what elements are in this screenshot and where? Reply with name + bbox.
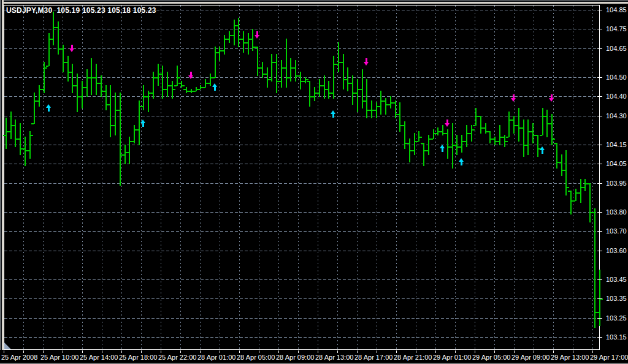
ohlc-bar bbox=[134, 125, 135, 143]
gridline-vertical bbox=[298, 6, 299, 349]
ohlc-bar bbox=[580, 179, 581, 203]
ohlc-bar bbox=[414, 133, 415, 155]
ohlc-bar bbox=[409, 138, 410, 162]
gridline-vertical bbox=[494, 6, 495, 349]
ohlc-bar bbox=[129, 137, 130, 164]
price-axis-label: 103.35 bbox=[606, 295, 627, 302]
ohlc-bar bbox=[271, 54, 272, 82]
ohlc-bar bbox=[172, 81, 173, 99]
ohlc-bar bbox=[67, 56, 69, 82]
ohlc-bar bbox=[537, 135, 538, 157]
open-tick bbox=[587, 183, 589, 184]
close-tick bbox=[173, 89, 175, 90]
ohlc-bar bbox=[15, 119, 16, 147]
price-axis-tick bbox=[597, 279, 602, 280]
chart-plot-area[interactable] bbox=[4, 6, 599, 349]
time-axis[interactable]: 25 Apr 200825 Apr 10:0025 Apr 14:0025 Ap… bbox=[0, 350, 628, 363]
arrow-head bbox=[255, 35, 259, 39]
time-axis-tick bbox=[553, 351, 554, 353]
gridline-horizontal bbox=[4, 164, 599, 164]
arrow-stem bbox=[442, 148, 443, 152]
time-axis-tick bbox=[435, 351, 436, 353]
open-tick bbox=[98, 83, 101, 84]
ohlc-bar bbox=[276, 54, 277, 93]
sell-signal-arrow-icon bbox=[445, 119, 450, 127]
buy-signal-arrow-icon bbox=[440, 145, 445, 152]
ohlc-bar bbox=[34, 93, 35, 124]
ohlc-bar bbox=[243, 31, 244, 53]
ohlc-bar bbox=[527, 119, 529, 155]
open-tick bbox=[126, 152, 129, 153]
time-axis-tick bbox=[180, 351, 181, 353]
open-tick bbox=[164, 89, 167, 90]
open-tick bbox=[55, 27, 58, 28]
open-tick bbox=[544, 116, 546, 117]
open-tick bbox=[497, 141, 499, 142]
open-tick bbox=[421, 143, 423, 144]
open-tick bbox=[183, 89, 186, 90]
open-tick bbox=[459, 146, 461, 148]
open-tick bbox=[373, 110, 376, 111]
ohlc-bar bbox=[371, 100, 372, 118]
open-tick bbox=[331, 93, 333, 94]
ohlc-bar bbox=[333, 56, 334, 99]
ohlc-bar bbox=[205, 79, 206, 88]
price-axis-label: 104.85 bbox=[606, 7, 627, 13]
ohlc-bar bbox=[352, 75, 353, 105]
ohlc-bar bbox=[556, 143, 557, 169]
close-tick bbox=[182, 85, 185, 86]
open-tick bbox=[450, 146, 452, 148]
gridline-horizontal bbox=[4, 251, 599, 251]
sell-signal-arrow-icon bbox=[255, 31, 260, 39]
ohlc-bar bbox=[513, 116, 515, 134]
time-axis-tick bbox=[377, 351, 377, 353]
ohlc-bar bbox=[252, 29, 253, 51]
price-axis-tick bbox=[597, 29, 602, 29]
time-axis-tick bbox=[455, 351, 456, 353]
ohlc-bar bbox=[257, 47, 258, 76]
open-tick bbox=[435, 133, 437, 134]
open-tick bbox=[364, 100, 366, 102]
open-tick bbox=[8, 131, 10, 132]
time-axis-tick bbox=[278, 351, 279, 353]
open-tick bbox=[392, 102, 395, 104]
time-axis-tick bbox=[494, 351, 495, 353]
time-axis-label: 29 Apr 13:00 bbox=[551, 354, 589, 361]
open-tick bbox=[207, 83, 210, 84]
open-tick bbox=[445, 133, 447, 134]
open-tick bbox=[107, 104, 110, 105]
ohlc-bar bbox=[96, 64, 97, 95]
ohlc-bar bbox=[447, 129, 448, 159]
open-tick bbox=[255, 47, 257, 48]
open-tick bbox=[202, 87, 205, 88]
open-tick bbox=[193, 91, 196, 92]
price-axis-label: 103.15 bbox=[606, 334, 627, 341]
gridline-horizontal bbox=[4, 29, 599, 29]
ohlc-bar bbox=[229, 31, 230, 43]
ohlc-bar bbox=[110, 85, 111, 137]
gridline-vertical bbox=[592, 6, 593, 349]
time-axis-label: 29 Apr 01:00 bbox=[433, 354, 471, 361]
open-tick bbox=[350, 83, 352, 84]
ohlc-bar bbox=[162, 66, 163, 99]
close-tick bbox=[472, 129, 475, 131]
gridline-vertical bbox=[396, 6, 397, 349]
time-axis-label: 25 Apr 2008 bbox=[1, 354, 37, 361]
price-axis-tick bbox=[597, 145, 602, 145]
arrow-stem bbox=[142, 123, 144, 127]
ohlc-bar bbox=[191, 89, 192, 93]
ohlc-bar bbox=[347, 67, 348, 91]
ohlc-bar bbox=[376, 102, 377, 118]
time-axis-label: 25 Apr 22:00 bbox=[158, 354, 196, 361]
arrow-head bbox=[364, 62, 369, 66]
ohlc-bar bbox=[91, 58, 92, 95]
open-tick bbox=[112, 125, 115, 126]
open-tick bbox=[473, 125, 475, 126]
open-tick bbox=[431, 138, 433, 140]
ohlc-bar bbox=[158, 64, 159, 86]
time-axis-tick bbox=[200, 351, 201, 353]
ohlc-bar bbox=[324, 75, 325, 99]
price-axis[interactable]: 104.85104.75104.65104.50104.40104.30104.… bbox=[600, 0, 628, 350]
ohlc-bar bbox=[234, 20, 235, 45]
gridline-horizontal bbox=[4, 212, 599, 213]
